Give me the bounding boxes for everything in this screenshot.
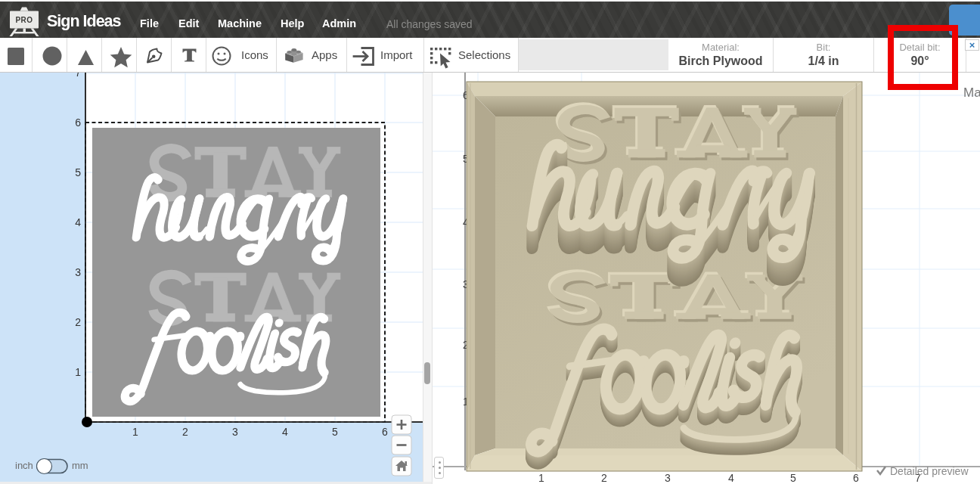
- svg-text:1: 1: [132, 426, 138, 438]
- svg-text:PRO: PRO: [15, 16, 33, 24]
- svg-text:4: 4: [75, 216, 81, 228]
- svg-text:6: 6: [382, 426, 388, 438]
- svg-text:Ma: Ma: [963, 85, 980, 100]
- svg-text:mm: mm: [72, 460, 88, 471]
- svg-text:inch: inch: [15, 460, 33, 471]
- svg-text:3: 3: [665, 472, 671, 484]
- svg-text:5: 5: [75, 166, 81, 178]
- svg-text:1: 1: [75, 366, 81, 378]
- svg-text:3: 3: [75, 266, 81, 278]
- svg-text:6: 6: [75, 116, 81, 129]
- svg-text:Detailed preview: Detailed preview: [890, 465, 969, 477]
- svg-text:6: 6: [853, 472, 859, 484]
- svg-text:5: 5: [790, 472, 796, 484]
- svg-text:2: 2: [601, 472, 607, 484]
- svg-text:2: 2: [182, 426, 188, 438]
- svg-text:5: 5: [332, 426, 338, 438]
- svg-text:4: 4: [728, 472, 734, 484]
- svg-text:3: 3: [232, 426, 238, 438]
- svg-text:4: 4: [282, 426, 288, 438]
- svg-text:2: 2: [75, 316, 81, 328]
- svg-text:7: 7: [75, 73, 81, 79]
- svg-text:1: 1: [538, 472, 544, 484]
